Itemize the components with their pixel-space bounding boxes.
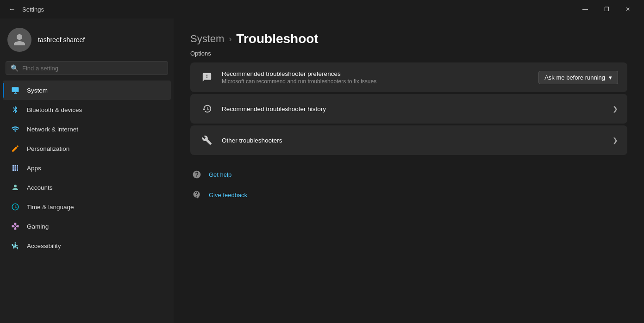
personalization-icon	[10, 143, 20, 154]
titlebar-title: Settings	[22, 6, 575, 13]
network-icon	[10, 124, 20, 134]
history-icon	[200, 101, 214, 116]
option-card-other-troubleshooters[interactable]: Other troubleshooters ❯	[190, 125, 627, 155]
user-profile[interactable]: tashreef shareef	[0, 22, 174, 59]
give-feedback-label[interactable]: Give feedback	[209, 192, 247, 199]
option-card-recommended-prefs[interactable]: Recommended troubleshooter preferences M…	[190, 62, 627, 92]
option-title-recommended-prefs: Recommended troubleshooter preferences	[222, 70, 531, 77]
search-container: 🔍	[0, 59, 174, 81]
option-text-recommended-prefs: Recommended troubleshooter preferences M…	[222, 70, 531, 85]
apps-label: Apps	[27, 165, 41, 172]
sidebar: tashreef shareef 🔍 System Bluetooth & de…	[0, 19, 174, 323]
avatar	[7, 28, 31, 52]
titlebar: ← Settings — ❐ ✕	[0, 0, 644, 19]
dropdown-chevron-icon: ▾	[609, 74, 612, 81]
breadcrumb-parent[interactable]: System	[190, 33, 224, 45]
option-text-other-troubleshooters: Other troubleshooters	[222, 137, 605, 144]
get-help-icon	[190, 168, 203, 181]
option-card-recommended-history[interactable]: Recommended troubleshooter history ❯	[190, 94, 627, 124]
option-item-other-troubleshooters[interactable]: Other troubleshooters ❯	[190, 125, 627, 155]
bluetooth-icon	[10, 105, 20, 115]
option-control-recommended-prefs: Ask me before running ▾	[538, 71, 618, 84]
close-button[interactable]: ✕	[617, 2, 638, 17]
sidebar-item-system[interactable]: System	[3, 81, 171, 100]
svg-point-3	[15, 242, 16, 244]
sidebar-item-accessibility[interactable]: Accessibility	[3, 236, 171, 255]
user-avatar-icon	[13, 33, 26, 47]
back-button[interactable]: ←	[6, 3, 19, 16]
bluetooth-label: Bluetooth & devices	[27, 106, 82, 113]
system-label: System	[27, 87, 48, 94]
option-item-recommended-history[interactable]: Recommended troubleshooter history ❯	[190, 94, 627, 124]
give-feedback-icon	[190, 188, 203, 201]
apps-icon	[10, 163, 20, 173]
option-desc-recommended-prefs: Microsoft can recommend and run troubles…	[222, 78, 531, 85]
maximize-button[interactable]: ❐	[596, 2, 617, 17]
window-controls: — ❐ ✕	[575, 2, 638, 17]
main-container: tashreef shareef 🔍 System Bluetooth & de…	[0, 19, 644, 323]
accessibility-icon	[10, 241, 20, 251]
option-title-other-troubleshooters: Other troubleshooters	[222, 137, 605, 144]
section-title: Options	[190, 50, 627, 57]
search-icon: 🔍	[11, 64, 19, 72]
option-item-recommended-prefs[interactable]: Recommended troubleshooter preferences M…	[190, 62, 627, 92]
svg-rect-0	[12, 87, 19, 92]
dropdown-value: Ask me before running	[544, 74, 605, 81]
system-icon	[10, 85, 20, 95]
troubleshooter-prefs-icon	[200, 70, 214, 85]
gaming-label: Gaming	[27, 223, 49, 230]
content-area: System › Troubleshoot Options Recommende…	[174, 19, 644, 323]
page-title: Troubleshoot	[236, 31, 318, 46]
personalization-label: Personalization	[27, 145, 69, 152]
accounts-icon	[10, 182, 20, 193]
accounts-label: Accounts	[27, 184, 53, 191]
breadcrumb-separator: ›	[229, 34, 231, 44]
option-title-recommended-history: Recommended troubleshooter history	[222, 106, 605, 112]
option-text-recommended-history: Recommended troubleshooter history	[222, 106, 605, 112]
search-input[interactable]	[22, 65, 163, 72]
wrench-icon	[200, 133, 214, 148]
help-section: Get help Give feedback	[190, 166, 627, 203]
get-help-link[interactable]: Get help	[190, 166, 627, 183]
sidebar-item-network[interactable]: Network & internet	[3, 119, 171, 139]
chevron-right-icon-other: ❯	[613, 137, 618, 144]
search-box[interactable]: 🔍	[6, 61, 168, 75]
give-feedback-link[interactable]: Give feedback	[190, 186, 627, 203]
gaming-icon	[10, 221, 20, 231]
sidebar-item-apps[interactable]: Apps	[3, 158, 171, 178]
accessibility-label: Accessibility	[27, 242, 61, 249]
sidebar-item-gaming[interactable]: Gaming	[3, 217, 171, 236]
network-label: Network & internet	[27, 126, 78, 133]
sidebar-item-accounts[interactable]: Accounts	[3, 178, 171, 197]
time-label: Time & language	[27, 204, 74, 211]
sidebar-item-personalization[interactable]: Personalization	[3, 139, 171, 158]
breadcrumb: System › Troubleshoot	[190, 31, 627, 46]
recommended-prefs-dropdown[interactable]: Ask me before running ▾	[538, 71, 618, 84]
sidebar-item-time[interactable]: Time & language	[3, 197, 171, 217]
get-help-label[interactable]: Get help	[209, 171, 231, 178]
sidebar-item-bluetooth[interactable]: Bluetooth & devices	[3, 100, 171, 119]
time-icon	[10, 202, 20, 212]
username-label: tashreef shareef	[38, 36, 85, 43]
chevron-right-icon-history: ❯	[613, 105, 618, 112]
minimize-button[interactable]: —	[575, 2, 596, 17]
